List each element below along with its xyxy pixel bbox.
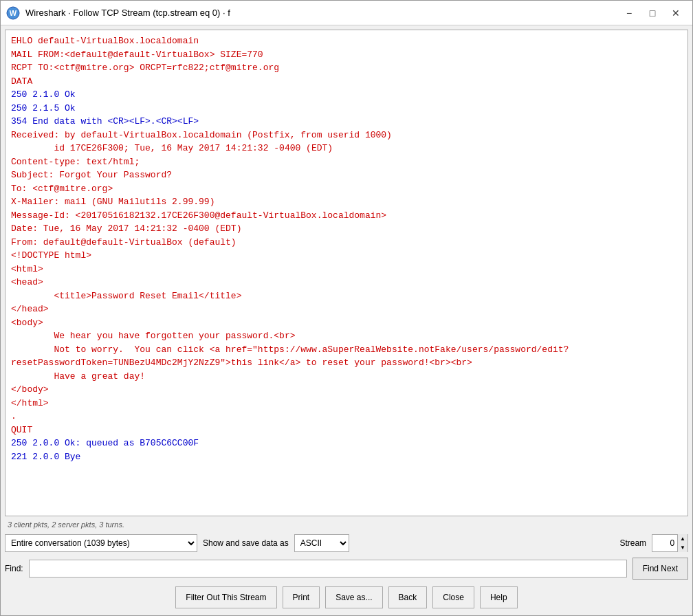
stream-line: EHLO default-VirtualBox.localdomain: [11, 34, 682, 48]
stream-value[interactable]: [652, 535, 677, 551]
stream-line: RCPT TO:<ctf@mitre.org> ORCPT=rfc822;ctf…: [11, 61, 682, 75]
help-button[interactable]: Help: [480, 586, 518, 608]
stream-line: To: <ctf@mitre.org>: [11, 182, 682, 196]
stream-line: 250 2.1.5 Ok: [11, 102, 682, 116]
stream-line: QUIT: [11, 424, 682, 437]
controls-row: Entire conversation (1039 bytes) Show an…: [5, 533, 688, 553]
stream-line: From: default@default-VirtualBox (defaul…: [11, 236, 682, 250]
stream-line: <html>: [11, 263, 682, 276]
stream-line: </head>: [11, 302, 682, 316]
stream-line: Message-Id: <20170516182132.17CE26F300@d…: [11, 209, 682, 223]
svg-text:W: W: [10, 9, 17, 17]
stream-line: 250 2.1.0 Ok: [11, 88, 682, 102]
stream-line: id 17CE26F300; Tue, 16 May 2017 14:21:32…: [11, 142, 682, 155]
stream-line: 250 2.0.0 Ok: queued as B705C6CC00F: [11, 437, 682, 450]
stream-up-button[interactable]: ▲: [678, 534, 688, 543]
stream-line: Date: Tue, 16 May 2017 14:21:32 -0400 (E…: [11, 222, 682, 236]
stream-line: </body>: [11, 383, 682, 397]
maximize-button[interactable]: □: [641, 3, 663, 23]
spinner-buttons: ▲ ▼: [677, 534, 688, 552]
save-as-button[interactable]: Save as...: [325, 586, 382, 608]
close-button[interactable]: ✕: [665, 3, 687, 23]
stream-line: 221 2.0.0 Bye: [11, 450, 682, 464]
stream-line: X-Mailer: mail (GNU Mailutils 2.99.99): [11, 195, 682, 209]
main-window: W Wireshark · Follow TCP Stream (tcp.str…: [0, 0, 693, 616]
content-area: EHLO default-VirtualBox.localdomainMAIL …: [1, 25, 692, 615]
back-button[interactable]: Back: [388, 586, 428, 608]
show-save-label: Show and save data as: [203, 538, 289, 548]
stream-line: <body>: [11, 316, 682, 330]
status-bar: 3 client pkts, 2 server pkts, 3 turns.: [5, 519, 688, 530]
stream-line: <!DOCTYPE html>: [11, 249, 682, 263]
stream-line: <head>: [11, 276, 682, 289]
find-next-button[interactable]: Find Next: [632, 558, 688, 580]
stream-line: Not to worry. You can click <a href="htt…: [11, 343, 682, 357]
title-bar: W Wireshark · Follow TCP Stream (tcp.str…: [1, 1, 692, 25]
stream-label: Stream: [619, 538, 646, 548]
stream-line: DATA: [11, 75, 682, 89]
stream-line: resetPasswordToken=TUNBezU4MDc2MjY2NzZ9"…: [11, 356, 682, 370]
print-button[interactable]: Print: [283, 586, 320, 608]
stream-line: Have a great day!: [11, 370, 682, 384]
app-icon: W: [6, 6, 20, 20]
stream-line: <title>Password Reset Email</title>: [11, 289, 682, 303]
find-row: Find: Find Next: [5, 556, 688, 581]
stream-down-button[interactable]: ▼: [678, 543, 688, 552]
bottom-buttons: Filter Out This Stream Print Save as... …: [5, 584, 688, 611]
stream-line: </html>: [11, 397, 682, 410]
stream-line: We hear you have forgotten your password…: [11, 329, 682, 343]
stream-line: 354 End data with <CR><LF>.<CR><LF>: [11, 115, 682, 129]
find-input[interactable]: [29, 560, 627, 578]
encoding-selector[interactable]: ASCII UTF-8 Hex Dump C Arrays Raw: [294, 534, 349, 552]
minimize-button[interactable]: −: [618, 3, 640, 23]
stream-line: Received: by default-VirtualBox.localdom…: [11, 129, 682, 142]
conversation-selector[interactable]: Entire conversation (1039 bytes): [5, 534, 197, 552]
window-title: Wireshark · Follow TCP Stream (tcp.strea…: [25, 8, 613, 18]
stream-line: Subject: Forgot Your Password?: [11, 168, 682, 182]
window-controls: − □ ✕: [618, 3, 687, 23]
filter-out-button[interactable]: Filter Out This Stream: [175, 586, 276, 608]
stream-display[interactable]: EHLO default-VirtualBox.localdomainMAIL …: [5, 30, 688, 516]
stream-line: MAIL FROM:<default@default-VirtualBox> S…: [11, 48, 682, 62]
close-button-bottom[interactable]: Close: [432, 586, 474, 608]
stream-line: Content-type: text/html;: [11, 155, 682, 169]
stream-spinner: ▲ ▼: [652, 534, 688, 552]
find-label: Find:: [5, 564, 23, 573]
stream-line: .: [11, 410, 682, 424]
